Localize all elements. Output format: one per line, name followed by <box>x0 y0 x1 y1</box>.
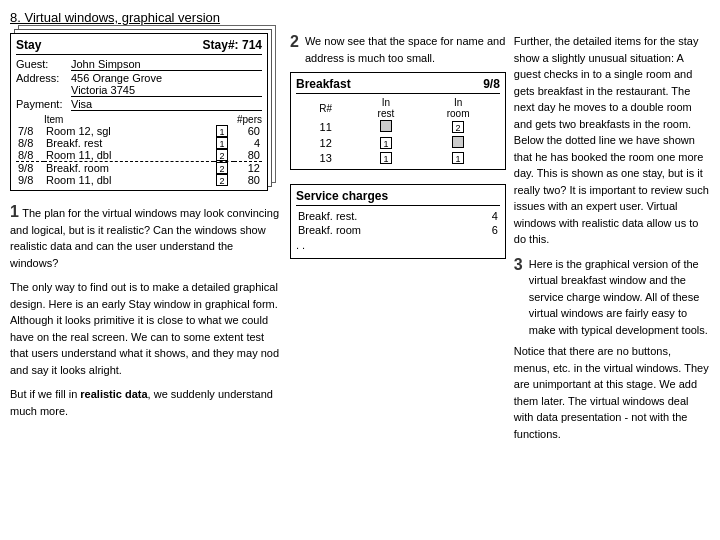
stay-item-desc: Breakf. rest <box>44 137 214 149</box>
stay-table-row: 9/8 Room 11, dbl 2 80 <box>16 174 262 186</box>
section1c-text: But if we fill in realistic data, we sud… <box>10 386 280 419</box>
section1-block: 1 The plan for the virtual windows may l… <box>10 203 280 271</box>
stay-item-pers: 80 <box>234 149 262 162</box>
stay-item-date: 9/8 <box>16 162 44 175</box>
stay-item-desc: Room 12, sgl <box>44 125 214 137</box>
breakfast-col-in-room: Inroom <box>416 97 499 119</box>
stay-item-pers: 60 <box>234 125 262 137</box>
service-table: Breakf. rest. 4 Breakf. room 6 <box>296 209 500 237</box>
section1c-block: But if we fill in realistic data, we sud… <box>10 386 280 419</box>
guest-field: Guest: John Simpson <box>16 58 262 71</box>
section2-area: 2 We now see that the space for name and… <box>290 33 506 66</box>
address-label: Address: <box>16 72 71 84</box>
section3-text: Here is the graphical version of the vir… <box>529 256 710 339</box>
stay-item-box: 2 <box>214 174 234 186</box>
service-item-desc: Breakf. rest. <box>296 209 480 223</box>
page-title: 8. Virtual windows, graphical version <box>10 10 710 25</box>
breakfast-table: R# Inrest Inroom <box>296 97 500 165</box>
service-item-desc: Breakf. room <box>296 223 480 237</box>
text-column: Further, the detailed items for the stay… <box>514 33 710 450</box>
breakfast-row-in-room: 1 <box>416 151 499 165</box>
breakfast-row-in-rest <box>355 119 416 135</box>
breakfast-table-row: 13 1 1 <box>296 151 500 165</box>
breakfast-row-r: 11 <box>296 119 355 135</box>
service-dots: . . <box>296 237 500 254</box>
stay-item-box: 2 <box>214 162 234 175</box>
section1c-bold: realistic data <box>80 388 147 400</box>
stay-item-box: 1 <box>214 125 234 137</box>
breakfast-col-r: R# <box>296 97 355 119</box>
stay-item-box: 1 <box>214 137 234 149</box>
guest-value: John Simpson <box>71 58 262 71</box>
payment-field: Payment: Visa <box>16 98 262 111</box>
stay-item-desc: Breakf. room <box>44 162 214 175</box>
breakfast-row-r: 13 <box>296 151 355 165</box>
stay-item-date: 8/8 <box>16 149 44 162</box>
breakfast-row-in-rest: 1 <box>355 135 416 151</box>
service-item-amount: 6 <box>480 223 500 237</box>
stay-item-box: 2 <box>214 149 234 162</box>
windows-area: Breakfast 9/8 R# Inrest <box>290 72 506 259</box>
stay-item-pers: 4 <box>234 137 262 149</box>
stay-window-label: Stay <box>16 38 41 52</box>
stay-window-num-area: Stay#: 714 <box>203 38 262 52</box>
left-panel: Stay Stay#: 714 Guest: John Simpson Addr… <box>10 33 280 450</box>
section1-number: 1 <box>10 203 19 220</box>
col-date-header <box>16 114 44 125</box>
stay-hash-label: Stay#: <box>203 38 239 52</box>
col-pers-header: #pers <box>234 114 262 125</box>
section3-number: 3 <box>514 256 523 339</box>
stay-window-stack: Stay Stay#: 714 Guest: John Simpson Addr… <box>10 33 268 191</box>
section3b-block: Notice that there are no buttons, menus,… <box>514 343 710 442</box>
stay-item-date: 7/8 <box>16 125 44 137</box>
col-box-header <box>214 114 234 125</box>
breakfast-row-in-room <box>416 135 499 151</box>
section2b-text: Further, the detailed items for the stay… <box>514 33 710 248</box>
payment-label: Payment: <box>16 98 71 110</box>
section2-number: 2 <box>290 33 299 66</box>
breakfast-col-in-rest: Inrest <box>355 97 416 119</box>
section3-area: 3 Here is the graphical version of the v… <box>514 256 710 339</box>
stay-item-date: 8/8 <box>16 137 44 149</box>
section1b-block: The only way to find out is to make a de… <box>10 279 280 378</box>
stay-table-row: 8/8 Breakf. rest 1 4 <box>16 137 262 149</box>
stay-item-date: 9/8 <box>16 174 44 186</box>
breakfast-row-in-rest: 1 <box>355 151 416 165</box>
breakfast-header: Breakfast 9/8 <box>296 77 500 94</box>
col-item-header: Item <box>44 114 214 125</box>
stay-item-pers: 12 <box>234 162 262 175</box>
breakfast-window: Breakfast 9/8 R# Inrest <box>290 72 506 170</box>
address-field: Address: 456 Orange Grove Victoria 3745 <box>16 72 262 97</box>
section2-text: We now see that the space for name and a… <box>305 33 506 66</box>
address-line2: Victoria 3745 <box>71 84 135 96</box>
stay-item-pers: 80 <box>234 174 262 186</box>
section1-text: The plan for the virtual windows may loo… <box>10 207 279 269</box>
service-window: Service charges Breakf. rest. 4 Breakf. … <box>290 184 506 259</box>
stay-table-row: 8/8 Room 11, dbl 2 80 <box>16 149 262 162</box>
address-line1: 456 Orange Grove <box>71 72 162 84</box>
stay-item-desc: Room 11, dbl <box>44 149 214 162</box>
breakfast-table-row: 11 2 <box>296 119 500 135</box>
service-table-row: Breakf. rest. 4 <box>296 209 500 223</box>
stay-table-row: 7/8 Room 12, sgl 1 60 <box>16 125 262 137</box>
payment-value: Visa <box>71 98 262 111</box>
stay-table-row: 9/8 Breakf. room 2 12 <box>16 162 262 175</box>
section1b-text: The only way to find out is to make a de… <box>10 279 280 378</box>
guest-label: Guest: <box>16 58 71 70</box>
section1c-prefix: But if we fill in <box>10 388 80 400</box>
breakfast-row-r: 12 <box>296 135 355 151</box>
stay-window: Stay Stay#: 714 Guest: John Simpson Addr… <box>10 33 268 191</box>
section2b-block: Further, the detailed items for the stay… <box>514 33 710 248</box>
breakfast-table-row: 12 1 <box>296 135 500 151</box>
windows-column: 2 We now see that the space for name and… <box>290 33 506 450</box>
section3b-text: Notice that there are no buttons, menus,… <box>514 343 710 442</box>
stay-number: 714 <box>242 38 262 52</box>
stay-item-desc: Room 11, dbl <box>44 174 214 186</box>
breakfast-row-in-room: 2 <box>416 119 499 135</box>
stay-window-header: Stay Stay#: 714 <box>16 38 262 55</box>
breakfast-label: Breakfast <box>296 77 351 91</box>
right-columns: 2 We now see that the space for name and… <box>290 33 710 450</box>
address-value: 456 Orange Grove Victoria 3745 <box>71 72 262 97</box>
service-table-row: Breakf. room 6 <box>296 223 500 237</box>
right-panel: 2 We now see that the space for name and… <box>290 33 710 450</box>
